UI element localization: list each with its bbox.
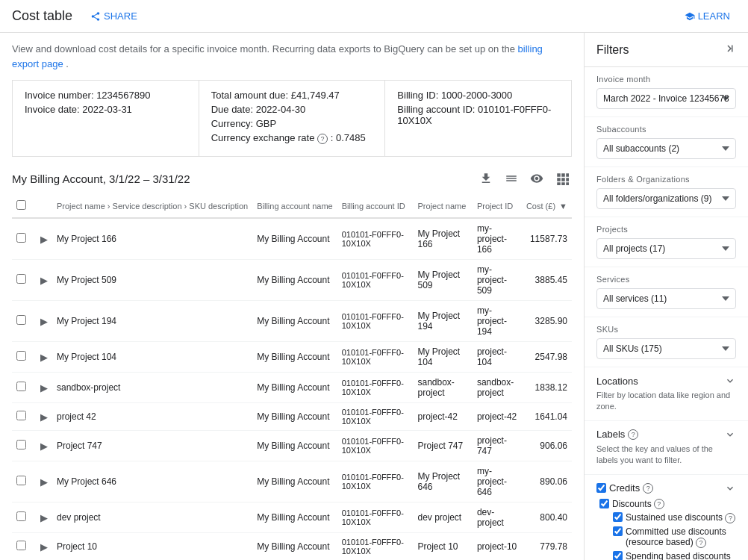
credits-section: Credits ? Discounts ? Sustained use disc… xyxy=(585,475,748,560)
row-billing-id: 010101-F0FFF0-10X10X xyxy=(337,260,414,301)
labels-help-icon[interactable]: ? xyxy=(628,429,638,440)
row-project-sku: Project 10 xyxy=(52,533,252,561)
row-billing-name: My Billing Account xyxy=(252,533,337,561)
sustained-use-checkbox[interactable] xyxy=(613,512,623,522)
exchange-help-icon[interactable]: ? xyxy=(317,134,328,144)
row-expand-button[interactable]: ▶ xyxy=(40,411,48,423)
row-cost: 3285.90 xyxy=(522,301,572,342)
row-checkbox-cell xyxy=(12,373,36,403)
services-filter: Services All services (11) xyxy=(585,267,748,317)
row-project-sku: My Project 166 xyxy=(52,218,252,260)
invoice-month-select[interactable]: March 2022 - Invoice 1234567890 xyxy=(596,88,736,109)
columns-button[interactable] xyxy=(502,169,521,188)
currency-value: GBP xyxy=(256,118,276,129)
credits-header: Credits ? xyxy=(596,482,736,494)
group-button[interactable] xyxy=(552,169,572,188)
row-project-sku: dev project xyxy=(52,503,252,533)
row-expand-button[interactable]: ▶ xyxy=(40,352,48,363)
row-checkbox-cell xyxy=(12,431,36,461)
row-checkbox[interactable] xyxy=(16,476,26,485)
row-project-name: My Project 166 xyxy=(413,218,472,260)
services-select[interactable]: All services (11) xyxy=(596,288,736,309)
description-text2: . xyxy=(66,58,69,69)
th-checkbox xyxy=(12,194,36,218)
view-icon xyxy=(530,172,543,185)
row-expand-cell: ▶ xyxy=(36,533,52,561)
sustained-help-icon[interactable]: ? xyxy=(725,513,735,523)
row-checkbox-cell xyxy=(12,461,36,503)
row-project-name: My Project 194 xyxy=(413,301,472,342)
spending-based-checkbox[interactable] xyxy=(613,551,623,560)
labels-desc: Select the key and values of the labels … xyxy=(596,444,736,467)
labels-header[interactable]: Labels ? xyxy=(596,429,736,441)
row-checkbox[interactable] xyxy=(16,382,26,391)
row-checkbox[interactable] xyxy=(16,511,26,521)
subaccounts-label: Subaccounts xyxy=(596,125,736,134)
committed-use-checkbox[interactable] xyxy=(613,526,623,536)
th-billing-name: Billing account name xyxy=(252,194,337,218)
committed-use-item: Committed use discounts (resource based)… xyxy=(613,526,736,548)
invoice-block-3: Billing ID: 1000-2000-3000 Billing accou… xyxy=(385,81,571,156)
billing-id-row: Billing ID: 1000-2000-3000 xyxy=(397,90,559,101)
invoice-number-label: Invoice number: xyxy=(25,90,94,101)
row-expand-button[interactable]: ▶ xyxy=(40,441,48,452)
row-checkbox-cell xyxy=(12,533,36,561)
description-text1: View and download cost details for a spe… xyxy=(12,43,518,55)
credits-title-row: Credits ? xyxy=(596,482,653,494)
download-button[interactable] xyxy=(476,169,496,188)
credits-help-icon[interactable]: ? xyxy=(643,483,653,494)
row-expand-button[interactable]: ▶ xyxy=(40,476,48,488)
total-amount-row: Total amount due: £41,749.47 xyxy=(211,90,373,101)
credits-chevron-icon[interactable] xyxy=(724,482,736,494)
locations-header[interactable]: Locations xyxy=(596,375,736,387)
row-project-name: sandbox-project xyxy=(413,373,472,403)
row-expand-button[interactable]: ▶ xyxy=(40,234,48,245)
row-cost: 906.06 xyxy=(522,431,572,461)
sort-icon: ▼ xyxy=(559,202,567,211)
row-checkbox[interactable] xyxy=(16,541,26,550)
row-expand-cell: ▶ xyxy=(36,503,52,533)
learn-button[interactable]: LEARN xyxy=(679,7,736,25)
row-checkbox[interactable] xyxy=(16,411,26,420)
row-checkbox[interactable] xyxy=(16,274,26,284)
projects-select[interactable]: All projects (17) xyxy=(596,238,736,259)
subaccounts-select[interactable]: All subaccounts (2) xyxy=(596,138,736,159)
row-project-id: project-747 xyxy=(473,431,522,461)
credits-checkbox[interactable] xyxy=(596,483,606,493)
row-billing-name: My Billing Account xyxy=(252,260,337,301)
collapse-filters-button[interactable] xyxy=(723,42,736,57)
table-row: ▶ My Project 194 My Billing Account 0101… xyxy=(12,301,572,342)
row-expand-button[interactable]: ▶ xyxy=(40,316,48,327)
row-expand-button[interactable]: ▶ xyxy=(40,275,48,286)
row-expand-cell: ▶ xyxy=(36,342,52,373)
row-expand-button[interactable]: ▶ xyxy=(40,541,48,553)
row-checkbox[interactable] xyxy=(16,315,26,325)
row-billing-id: 010101-F0FFF0-10X10X xyxy=(337,533,414,561)
row-billing-id: 010101-F0FFF0-10X10X xyxy=(337,461,414,503)
view-button[interactable] xyxy=(527,169,546,188)
discounts-help-icon[interactable]: ? xyxy=(654,499,664,509)
committed-help-icon[interactable]: ? xyxy=(696,538,706,548)
row-checkbox[interactable] xyxy=(16,440,26,449)
row-billing-name: My Billing Account xyxy=(252,403,337,431)
row-checkbox[interactable] xyxy=(16,351,26,361)
row-billing-id: 010101-F0FFF0-10X10X xyxy=(337,342,414,373)
th-cost[interactable]: Cost (£) ▼ xyxy=(522,194,572,218)
share-button[interactable]: SHARE xyxy=(84,7,143,25)
row-checkbox-cell xyxy=(12,503,36,533)
total-amount-value: £41,749.47 xyxy=(291,90,340,101)
row-project-id: my-project-194 xyxy=(473,301,522,342)
skus-select[interactable]: All SKUs (175) xyxy=(596,338,736,359)
row-expand-button[interactable]: ▶ xyxy=(40,512,48,523)
row-project-sku: Project 747 xyxy=(52,431,252,461)
credits-label: Credits xyxy=(609,482,640,494)
select-all-checkbox[interactable] xyxy=(16,200,26,210)
row-cost: 800.40 xyxy=(522,503,572,533)
currency-label: Currency: xyxy=(211,118,253,129)
row-checkbox[interactable] xyxy=(16,233,26,243)
folders-select[interactable]: All folders/organizations (9) xyxy=(596,188,736,209)
discounts-checkbox[interactable] xyxy=(599,499,609,508)
discounts-label: Discounts ? xyxy=(612,499,664,509)
row-expand-button[interactable]: ▶ xyxy=(40,382,48,393)
row-cost: 2547.98 xyxy=(522,342,572,373)
